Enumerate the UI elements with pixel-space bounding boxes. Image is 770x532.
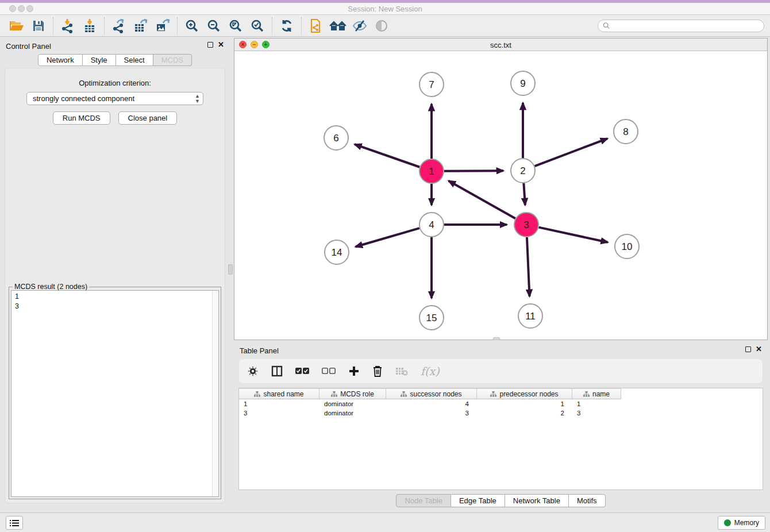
toolbar-separator bbox=[301, 17, 302, 34]
toolbar-separator bbox=[53, 17, 53, 34]
mcds-result-group: MCDS result (2 nodes) 1 3 bbox=[9, 287, 221, 499]
table-row[interactable]: 1dominator411 bbox=[239, 399, 763, 408]
tab-edge-table[interactable]: Edge Table bbox=[451, 494, 505, 507]
graph-node-2[interactable]: 2 bbox=[511, 159, 535, 183]
run-mcds-button[interactable]: Run MCDS bbox=[53, 111, 110, 125]
graph-node-14[interactable]: 14 bbox=[325, 240, 349, 264]
tree-icon bbox=[490, 391, 496, 397]
float-panel-icon[interactable] bbox=[207, 42, 213, 48]
export-table-icon[interactable] bbox=[130, 17, 152, 35]
home-view-icon[interactable] bbox=[327, 17, 349, 35]
table-cell[interactable]: 3 bbox=[386, 408, 477, 418]
table-cell[interactable]: 1 bbox=[477, 399, 572, 408]
clone-network-icon[interactable] bbox=[305, 17, 327, 35]
svg-text:11: 11 bbox=[525, 311, 536, 322]
show-panel-icon[interactable] bbox=[371, 17, 392, 35]
zoom-fit-icon[interactable] bbox=[225, 17, 247, 35]
memory-button[interactable]: Memory bbox=[718, 516, 765, 530]
graph-node-4[interactable]: 4 bbox=[419, 213, 444, 237]
task-history-button[interactable] bbox=[6, 516, 23, 530]
svg-text:2: 2 bbox=[520, 165, 525, 176]
delete-column-icon[interactable] bbox=[372, 365, 383, 377]
horizontal-splitter-handle[interactable] bbox=[493, 337, 500, 340]
control-panel: Control Panel ✕ NetworkStyleSelectMCDS O… bbox=[0, 38, 230, 508]
deselect-all-rows-icon[interactable] bbox=[322, 367, 336, 375]
graph-node-6[interactable]: 6 bbox=[324, 126, 348, 150]
table-cell[interactable]: 3 bbox=[572, 408, 621, 418]
close-table-panel-icon[interactable]: ✕ bbox=[756, 346, 762, 352]
network-window-title: scc.txt bbox=[234, 41, 767, 49]
edge-2-8[interactable] bbox=[535, 138, 608, 166]
toolbar-separator bbox=[272, 17, 272, 34]
show-columns-icon[interactable] bbox=[271, 365, 283, 377]
table-header-row: shared nameMCDS rolesuccessor nodesprede… bbox=[239, 388, 763, 399]
edge-3-11[interactable] bbox=[527, 237, 530, 296]
import-network-icon[interactable] bbox=[57, 17, 79, 35]
tree-icon bbox=[583, 391, 590, 397]
select-all-rows-icon[interactable] bbox=[295, 367, 309, 375]
column-header-shared-name[interactable]: shared name bbox=[239, 388, 319, 399]
graph-node-10[interactable]: 10 bbox=[615, 234, 639, 259]
svg-text:10: 10 bbox=[622, 241, 633, 252]
table-cell[interactable]: 1 bbox=[239, 399, 319, 408]
tab-network-table[interactable]: Network Table bbox=[505, 494, 569, 507]
create-column-icon[interactable] bbox=[348, 365, 360, 377]
edge-3-1[interactable] bbox=[449, 181, 515, 219]
float-table-panel-icon[interactable] bbox=[745, 346, 751, 352]
column-header-successor-nodes[interactable]: successor nodes bbox=[386, 388, 477, 399]
table-cell[interactable]: 2 bbox=[477, 408, 572, 418]
edge-3-10[interactable] bbox=[538, 228, 607, 242]
table-cell[interactable]: 4 bbox=[386, 399, 477, 408]
svg-text:6: 6 bbox=[333, 133, 338, 144]
close-panel-button[interactable]: Close panel bbox=[118, 111, 178, 125]
refresh-icon[interactable] bbox=[276, 17, 298, 35]
search-field[interactable] bbox=[598, 20, 764, 32]
import-table-icon[interactable] bbox=[79, 17, 101, 35]
table-cell[interactable]: dominator bbox=[319, 408, 386, 418]
vertical-splitter-handle[interactable] bbox=[228, 264, 233, 275]
tab-select[interactable]: Select bbox=[116, 54, 153, 66]
column-header-predecessor-nodes[interactable]: predecessor nodes bbox=[477, 388, 572, 399]
tab-network[interactable]: Network bbox=[38, 54, 83, 66]
mcds-result-scrollbar[interactable] bbox=[212, 291, 218, 496]
tab-node-table[interactable]: Node Table bbox=[396, 494, 451, 507]
column-header-name[interactable]: name bbox=[572, 388, 621, 399]
open-file-icon[interactable] bbox=[6, 17, 28, 35]
edge-1-2[interactable] bbox=[444, 171, 503, 171]
search-input[interactable] bbox=[613, 22, 759, 30]
table-cell[interactable]: 3 bbox=[239, 408, 319, 418]
network-canvas[interactable]: 7968124314101511 bbox=[234, 51, 767, 340]
tab-style[interactable]: Style bbox=[83, 54, 116, 66]
table-cell[interactable]: dominator bbox=[319, 399, 386, 408]
graph-node-3[interactable]: 3 bbox=[514, 213, 538, 237]
table-settings-gear-icon[interactable] bbox=[247, 365, 259, 377]
delete-table-icon[interactable] bbox=[395, 367, 408, 376]
table-row[interactable]: 3dominator323 bbox=[239, 408, 763, 418]
table-panel-title: Table Panel bbox=[240, 346, 279, 355]
memory-status-icon bbox=[724, 519, 731, 526]
graph-node-15[interactable]: 15 bbox=[419, 306, 444, 330]
graph-node-11[interactable]: 11 bbox=[518, 304, 542, 328]
zoom-in-icon[interactable] bbox=[181, 17, 203, 35]
zoom-selected-icon[interactable] bbox=[247, 17, 268, 35]
tab-motifs[interactable]: Motifs bbox=[569, 494, 606, 507]
export-image-icon[interactable] bbox=[152, 17, 174, 35]
zoom-out-icon[interactable] bbox=[203, 17, 225, 35]
hide-panel-icon[interactable] bbox=[349, 17, 371, 35]
optimization-criterion-select[interactable]: strongly connected component ▲▼ bbox=[26, 92, 203, 105]
graph-node-1[interactable]: 1 bbox=[419, 159, 444, 183]
edge-2-3[interactable] bbox=[523, 183, 525, 205]
graph-node-8[interactable]: 8 bbox=[614, 119, 638, 144]
function-builder-icon[interactable]: f(x) bbox=[421, 365, 440, 377]
save-session-icon[interactable] bbox=[28, 17, 49, 35]
export-network-icon[interactable] bbox=[108, 17, 130, 35]
tab-mcds[interactable]: MCDS bbox=[153, 54, 192, 66]
close-panel-icon[interactable]: ✕ bbox=[218, 42, 224, 48]
edge-4-14[interactable] bbox=[356, 228, 419, 246]
table-cell[interactable]: 1 bbox=[572, 399, 621, 408]
graph-node-7[interactable]: 7 bbox=[419, 72, 444, 97]
edge-1-6[interactable] bbox=[355, 144, 419, 167]
column-header-MCDS-role[interactable]: MCDS role bbox=[319, 388, 386, 399]
titlebar-accent-strip bbox=[0, 0, 770, 3]
graph-node-9[interactable]: 9 bbox=[511, 71, 535, 95]
